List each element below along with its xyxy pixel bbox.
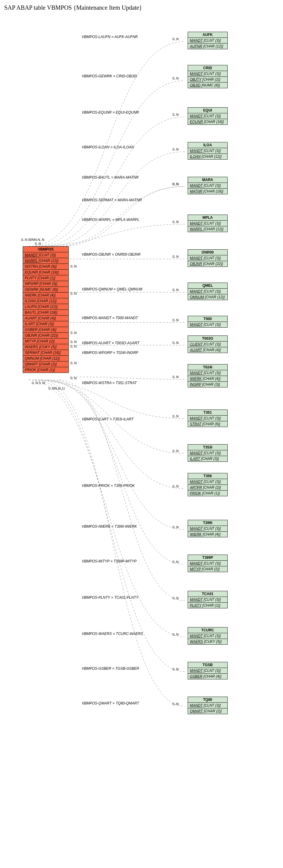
relation-label: VBMPOS-OBJNR = ONR00-OBJNR bbox=[82, 252, 140, 256]
cardinality-left: 0..N bbox=[70, 340, 77, 344]
entity-field: MANDT [CLNT (3)] bbox=[188, 289, 227, 294]
entity-field: MANDT [CLNT (3)] bbox=[188, 668, 227, 674]
entity-t024i: T024IMANDT [CLNT (3)]IWERK [CHAR (4)]ING… bbox=[188, 364, 228, 388]
entity-field: GEWRK [NUMC (8)] bbox=[23, 287, 68, 292]
cardinality-right: 0..N bbox=[172, 525, 178, 529]
entity-field: EQUNR [CHAR (18)] bbox=[23, 270, 68, 275]
relation-label: VBMPOS-LAUFN = AUFK-AUFNR bbox=[82, 35, 138, 39]
entity-field: OBJID [NUMC (8)] bbox=[188, 83, 227, 88]
relation-label: VBMPOS-EQUNR = EQUI-EQUNR bbox=[82, 110, 139, 115]
relation-label: VBMPOS-QMNUM = QMEL-QMNUM bbox=[82, 287, 142, 291]
entity-field: AUFNR [CHAR (12)] bbox=[188, 43, 227, 49]
cardinality-left: 0..N bbox=[70, 331, 77, 335]
entity-field: SERMAT [CHAR (18)] bbox=[23, 350, 68, 356]
entity-field: OBJNR [CHAR (22)] bbox=[23, 333, 68, 339]
entity-field: GSBER [CHAR (4)] bbox=[23, 327, 68, 333]
entity-t000: T000MANDT [CLNT (3)] bbox=[188, 316, 228, 328]
relation-label: VBMPOS-GEWRK = CRID-OBJID bbox=[82, 74, 137, 78]
entity-field: PRIOK [CHAR (1)] bbox=[23, 367, 68, 373]
cardinality-left: 0..N bbox=[35, 242, 41, 245]
cardinality-right: 0..N bbox=[172, 632, 178, 636]
entity-field: IWERK [CHAR (4)] bbox=[23, 292, 68, 298]
entity-field: MANDT [CLNT (3)] bbox=[188, 183, 227, 189]
entity-header: TCURC bbox=[188, 627, 227, 633]
cardinality-right: 0..N bbox=[172, 375, 178, 379]
relation-label: VBMPOS-MITYP = T399P-MITYP bbox=[82, 559, 137, 563]
page-title: SAP ABAP table VBMPOS {Maintenance Item … bbox=[4, 4, 283, 11]
entity-field: PLNTY [CHAR (1)] bbox=[23, 275, 68, 281]
relation-label: VBMPOS-AUART = T003O-AUART bbox=[82, 341, 140, 345]
entity-onr00: ONR00MANDT [CLNT (3)]OBJNR [CHAR (22)] bbox=[188, 249, 228, 267]
cardinality-left: 0..N 0..N bbox=[32, 381, 45, 385]
entity-field: MANDT [CLNT (3)] bbox=[188, 633, 227, 639]
entity-field: MANDT [CLNT (3)] bbox=[188, 113, 227, 119]
edges-layer bbox=[3, 13, 280, 868]
entity-header: MPLA bbox=[188, 215, 227, 221]
entity-field: MANDT [CLNT (3)] bbox=[188, 148, 227, 154]
cardinality-right: 0..N bbox=[172, 449, 178, 453]
entity-field: QMART [CHAR (2)] bbox=[188, 708, 227, 714]
entity-field: WPGRP [CHAR (3)] bbox=[23, 281, 68, 287]
entity-field: MITYP [CHAR (2)] bbox=[23, 339, 68, 344]
entity-equi: EQUIMANDT [CLNT (3)]EQUNR [CHAR (18)] bbox=[188, 107, 228, 125]
entity-header: T353I bbox=[188, 444, 227, 450]
entity-field: WARPL [CHAR (12)] bbox=[188, 226, 227, 232]
cardinality-right: 0..N bbox=[172, 37, 178, 41]
cardinality-left: 0..N bbox=[70, 376, 77, 380]
cardinality-right: 0..N bbox=[172, 702, 178, 706]
cardinality-right: 0..N bbox=[172, 220, 178, 224]
entity-header: MARA bbox=[188, 177, 227, 183]
cardinality-left: 0..N bbox=[70, 361, 77, 365]
entity-qmel: QMELMANDT [CLNT (3)]QMNUM [CHAR (12)] bbox=[188, 283, 228, 300]
entity-field: ILART [CHAR (3)] bbox=[188, 456, 227, 462]
entity-tca01: TCA01MANDT [CLNT (3)]PLNTY [CHAR (1)] bbox=[188, 591, 228, 609]
entity-field: MANDT [CLNT (3)] bbox=[188, 561, 227, 566]
entity-field: WSTRA [CHAR (6)] bbox=[23, 264, 68, 270]
entity-field: BAUTL [CHAR (18)] bbox=[23, 310, 68, 315]
entity-header: ILOA bbox=[188, 142, 227, 148]
entity-field: WAERS [CUKY (5)] bbox=[188, 639, 227, 644]
entity-field: MANDT [CLNT (3)] bbox=[188, 370, 227, 376]
relation-label: VBMPOS-WARPL = MPLA-WARPL bbox=[82, 218, 139, 222]
entity-field: ILART [CHAR (3)] bbox=[23, 321, 68, 327]
entity-tgsb: TGSBMANDT [CLNT (3)]GSBER [CHAR (4)] bbox=[188, 662, 228, 679]
relation-label: VBMPOS-IWERK = T399I-IWERK bbox=[82, 524, 137, 529]
relation-label: VBMPOS-BAUTL = MARA-MATNR bbox=[82, 175, 139, 180]
entity-header: VBMPOS bbox=[23, 247, 68, 252]
entity-field: OBJNR [CHAR (22)] bbox=[188, 261, 227, 267]
relation-label: VBMPOS-WAERS = TCURC-WAERS bbox=[82, 632, 143, 636]
cardinality-left: 0..NN.{0,1} bbox=[49, 386, 65, 390]
relation-label: VBMPOS-ILART = T353I-ILART bbox=[82, 417, 134, 421]
entity-field: MANDT [CLNT (3)] bbox=[188, 450, 227, 456]
entity-t356: T356MANDT [CLNT (3)]ARTPR [CHAR (2)]PRIO… bbox=[188, 473, 228, 496]
entity-field: MANDT [CLNT (3)] bbox=[188, 71, 227, 77]
entity-field: OBJTY [CHAR (2)] bbox=[188, 77, 227, 83]
entity-mara: MARAMANDT [CLNT (3)]MATNR [CHAR (18)] bbox=[188, 177, 228, 194]
cardinality-right: 0..N bbox=[172, 255, 178, 258]
cardinality-right: 0..N bbox=[172, 341, 178, 345]
cardinality-right: 0..N bbox=[172, 485, 178, 488]
entity-field: MATNR [CHAR (18)] bbox=[188, 189, 227, 194]
entity-field: WARPL [CHAR (12)] bbox=[23, 258, 68, 264]
entity-aufk: AUFKMANDT [CLNT (3)]AUFNR [CHAR (12)] bbox=[188, 32, 228, 49]
entity-header: T399I bbox=[188, 520, 227, 526]
entity-header: AUFK bbox=[188, 32, 227, 38]
cardinality-right: 0..N bbox=[172, 288, 178, 292]
entity-header: T024I bbox=[188, 365, 227, 370]
cardinality-right: 0..N bbox=[172, 113, 178, 116]
entity-field: AUART [CHAR (4)] bbox=[188, 347, 227, 353]
relation-label: VBMPOS-MANDT = T000-MANDT bbox=[82, 316, 138, 320]
entity-field: MANDT [CLNT (3)] bbox=[23, 252, 68, 258]
relation-label: VBMPOS-WPGRP = T024I-INGRP bbox=[82, 350, 138, 355]
entity-field: MANDT [CLNT (3)] bbox=[188, 322, 227, 327]
entity-header: CRID bbox=[188, 65, 227, 71]
entity-header: QMEL bbox=[188, 283, 227, 289]
entity-field: MANDT [CLNT (3)] bbox=[188, 703, 227, 708]
entity-header: ONR00 bbox=[188, 250, 227, 255]
entity-t003o: T003OCLIENT [CLNT (3)]AUART [CHAR (4)] bbox=[188, 336, 228, 353]
cardinality-right: 0..N bbox=[172, 414, 178, 418]
cardinality-left: 0..N bbox=[70, 265, 77, 268]
relation-label: VBMPOS-PLNTY = TCA01-PLNTY bbox=[82, 595, 139, 600]
entity-header: T000 bbox=[188, 316, 227, 322]
cardinality-right: 0..N bbox=[172, 148, 178, 151]
